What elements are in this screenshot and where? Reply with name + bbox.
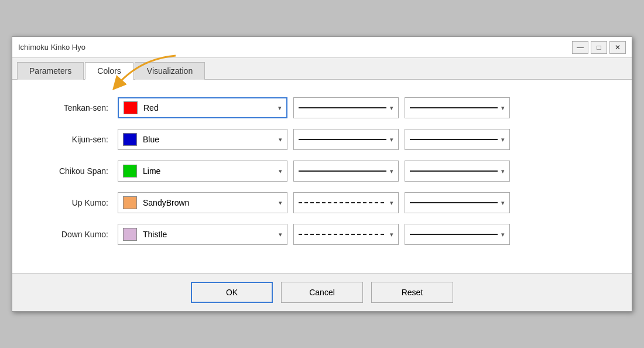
color-dropdown-down-kumo[interactable]: Thistle ▾	[118, 224, 287, 245]
tab-visualization[interactable]: Visualization	[135, 62, 205, 80]
line1-dropdown-up-kumo[interactable]: ▾	[293, 192, 399, 213]
solid-line-indicator2	[410, 107, 498, 108]
color-name-up-kumo: SandyBrown	[143, 198, 279, 207]
line1-dropdown-kijun-sen[interactable]: ▾	[293, 129, 399, 150]
title-bar: Ichimoku Kinko Hyo — □ ✕	[12, 37, 632, 58]
chevron-upkumo-color: ▾	[279, 199, 282, 207]
row-chikou-span: Chikou Span: Lime ▾ ▾ ▾	[36, 161, 608, 182]
label-chikou-span: Chikou Span:	[36, 166, 118, 176]
row-up-kumo: Up Kumo: SandyBrown ▾ ▾ ▾	[36, 192, 608, 213]
chevron-line2-downkumo: ▾	[501, 231, 505, 238]
dashed-line-downkumo1	[299, 234, 386, 235]
swatch-kijun-sen	[123, 133, 137, 146]
color-dropdown-chikou-span[interactable]: Lime ▾	[118, 161, 287, 182]
color-dropdown-tenkan-sen[interactable]: Red ▾	[118, 97, 287, 118]
tab-parameters[interactable]: Parameters	[17, 62, 84, 80]
line2-dropdown-down-kumo[interactable]: ▾	[405, 224, 510, 245]
color-name-kijun-sen: Blue	[143, 135, 279, 144]
chevron-downkumo-color: ▾	[279, 231, 282, 238]
solid-line-downkumo2	[410, 234, 498, 235]
reset-button[interactable]: Reset	[371, 282, 453, 303]
window-title: Ichimoku Kinko Hyo	[18, 43, 85, 52]
row-tenkan-sen: Tenkan-sen: Red ▾ ▾ ▾	[36, 97, 608, 118]
swatch-down-kumo	[123, 228, 137, 241]
solid-line-indicator	[299, 107, 386, 108]
line1-dropdown-down-kumo[interactable]: ▾	[293, 224, 399, 245]
chevron-line2-kijun: ▾	[501, 136, 505, 144]
line2-dropdown-chikou-span[interactable]: ▾	[405, 161, 510, 182]
label-down-kumo: Down Kumo:	[36, 230, 118, 239]
swatch-up-kumo	[123, 196, 137, 209]
swatch-chikou-span	[123, 165, 137, 178]
chevron-line2-chikou: ▾	[501, 168, 505, 175]
dashed-line-upkumo1	[299, 202, 386, 203]
line2-dropdown-tenkan-sen[interactable]: ▾	[405, 97, 510, 118]
chevron-chikou-color: ▾	[279, 168, 282, 175]
line2-dropdown-kijun-sen[interactable]: ▾	[405, 129, 510, 150]
color-name-down-kumo: Thistle	[143, 230, 279, 239]
line1-dropdown-chikou-span[interactable]: ▾	[293, 161, 399, 182]
chevron-tenkan-color: ▾	[278, 104, 282, 112]
chevron-line1-kijun: ▾	[390, 136, 393, 144]
chevron-line1-chikou: ▾	[390, 168, 393, 175]
line2-dropdown-up-kumo[interactable]: ▾	[405, 192, 510, 213]
chevron-line2-tenkan: ▾	[501, 104, 505, 112]
tabs-bar: Parameters Colors Visualization	[12, 58, 632, 80]
solid-line-chikou1	[299, 170, 386, 172]
swatch-tenkan-sen	[124, 101, 138, 114]
color-name-chikou-span: Lime	[143, 166, 279, 176]
row-down-kumo: Down Kumo: Thistle ▾ ▾ ▾	[36, 224, 608, 245]
chevron-line2-upkumo: ▾	[501, 199, 505, 207]
label-up-kumo: Up Kumo:	[36, 198, 118, 207]
restore-button[interactable]: □	[591, 41, 607, 54]
chevron-line1-upkumo: ▾	[390, 199, 393, 207]
color-dropdown-kijun-sen[interactable]: Blue ▾	[118, 129, 287, 150]
window-controls: — □ ✕	[572, 41, 626, 54]
solid-line-kijun1	[299, 139, 386, 140]
solid-line-chikou2	[410, 170, 498, 172]
minimize-button[interactable]: —	[572, 41, 588, 54]
main-window: Ichimoku Kinko Hyo — □ ✕ Parameters Colo…	[12, 36, 632, 312]
label-kijun-sen: Kijun-sen:	[36, 135, 118, 144]
row-kijun-sen: Kijun-sen: Blue ▾ ▾ ▾	[36, 129, 608, 150]
label-tenkan-sen: Tenkan-sen:	[36, 103, 118, 112]
color-dropdown-up-kumo[interactable]: SandyBrown ▾	[118, 192, 287, 213]
chevron-line1-downkumo: ▾	[390, 231, 393, 238]
cancel-button[interactable]: Cancel	[281, 282, 363, 303]
close-button[interactable]: ✕	[609, 41, 626, 54]
solid-line-kijun2	[410, 139, 498, 140]
color-name-tenkan-sen: Red	[143, 103, 278, 112]
ok-button[interactable]: OK	[191, 282, 273, 303]
solid-line-upkumo2	[410, 202, 498, 203]
chevron-kijun-color: ▾	[279, 136, 282, 144]
line1-dropdown-tenkan-sen[interactable]: ▾	[293, 97, 399, 118]
content-area: Tenkan-sen: Red ▾ ▾ ▾	[12, 80, 632, 273]
footer: OK Cancel Reset	[12, 273, 632, 311]
tab-colors[interactable]: Colors	[85, 62, 133, 80]
chevron-line1-tenkan: ▾	[390, 104, 393, 112]
